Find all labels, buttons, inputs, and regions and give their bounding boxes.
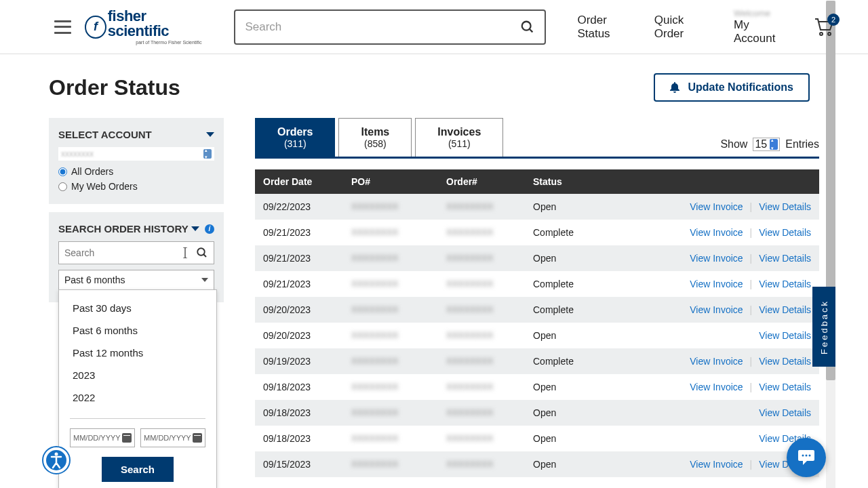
radio-my-web-orders-input[interactable] — [58, 182, 67, 191]
search-icon[interactable] — [520, 20, 535, 35]
col-order-num: Order# — [446, 176, 533, 187]
cell-actions: View Invoice|View Details — [669, 304, 811, 315]
table-row: 09/21/2023XXXXXXXXXXXXXXXXCompleteView I… — [255, 220, 819, 245]
info-icon[interactable]: i — [205, 224, 214, 234]
cell-actions: View Details — [669, 407, 811, 418]
dropdown-option[interactable]: 2022 — [59, 386, 216, 409]
cell-order: XXXXXXXX — [446, 407, 533, 418]
nav-quick-order[interactable]: Quick Order — [654, 14, 708, 41]
tab-items[interactable]: Items (858) — [338, 118, 412, 157]
search-history-panel: SEARCH ORDER HISTORY i Past 6 months Pas… — [49, 212, 224, 302]
view-invoice-link[interactable]: View Invoice — [690, 356, 743, 367]
radio-all-orders-input[interactable] — [58, 167, 67, 176]
calendar-icon[interactable] — [122, 433, 132, 443]
tab-orders[interactable]: Orders (311) — [255, 118, 335, 157]
chevron-down-icon[interactable] — [191, 226, 199, 231]
update-notifications-button[interactable]: Update Notifications — [654, 73, 810, 102]
view-invoice-link[interactable]: View Invoice — [690, 201, 743, 212]
search-button[interactable]: Search — [102, 457, 174, 482]
search-history-field[interactable] — [58, 241, 214, 264]
view-details-link[interactable]: View Details — [759, 304, 811, 315]
date-from-input[interactable]: MM/DD/YYYY — [70, 428, 135, 447]
chevron-down-icon[interactable] — [206, 132, 214, 137]
logo[interactable]: f fisher scientific part of Thermo Fishe… — [85, 9, 201, 45]
orders-table: Order Date PO# Order# Status 09/22/2023X… — [255, 169, 819, 477]
separator: | — [750, 356, 753, 367]
separator: | — [750, 304, 753, 315]
nav-order-status[interactable]: Order Status — [577, 14, 633, 41]
dropdown-divider — [70, 418, 205, 419]
search-input[interactable] — [245, 20, 520, 34]
search-history-input[interactable] — [64, 247, 196, 258]
logo-subtext: part of Thermo Fisher Scientific — [108, 40, 202, 45]
cell-status: Complete — [533, 227, 669, 238]
feedback-tab[interactable]: Feedback — [812, 287, 835, 367]
view-invoice-link[interactable]: View Invoice — [690, 253, 743, 264]
time-range-select[interactable]: Past 6 months — [58, 270, 214, 290]
view-details-link[interactable]: View Details — [759, 279, 811, 289]
table-row: 09/15/2023XXXXXXXXXXXXXXXXOpenView Invoi… — [255, 451, 819, 477]
cell-actions: View Invoice|View Details — [669, 201, 811, 212]
entries-select[interactable]: 15 — [753, 138, 780, 151]
calendar-icon[interactable] — [193, 433, 202, 443]
tab-invoices[interactable]: Invoices (511) — [415, 118, 503, 157]
cell-date: 09/21/2023 — [263, 253, 351, 264]
accessibility-button[interactable] — [42, 446, 71, 474]
cell-order: XXXXXXXX — [446, 201, 533, 211]
svg-line-1 — [530, 28, 533, 32]
view-invoice-link[interactable]: View Invoice — [690, 227, 743, 238]
cell-order: XXXXXXXX — [446, 279, 533, 289]
tab-orders-count: (311) — [277, 138, 313, 150]
view-details-link[interactable]: View Details — [759, 201, 811, 212]
date-to-input[interactable]: MM/DD/YYYY — [140, 428, 205, 447]
view-invoice-link[interactable]: View Invoice — [690, 459, 743, 470]
cell-date: 09/20/2023 — [263, 330, 351, 341]
entries-label: Entries — [785, 138, 819, 150]
svg-line-5 — [203, 254, 206, 257]
cart-button[interactable]: 2 — [814, 18, 834, 37]
account-select[interactable]: xxxxxxxx — [58, 147, 214, 161]
cell-date: 09/20/2023 — [263, 304, 351, 315]
page-title: Order Status — [49, 75, 180, 100]
tab-invoices-label: Invoices — [437, 125, 481, 138]
cell-order: XXXXXXXX — [446, 382, 533, 392]
view-details-link[interactable]: View Details — [759, 227, 811, 238]
table-row: 09/20/2023XXXXXXXXXXXXXXXXCompleteView I… — [255, 297, 819, 323]
cell-date: 09/21/2023 — [263, 279, 351, 289]
chat-button[interactable] — [787, 438, 826, 477]
account-menu[interactable]: Welcome My Account — [734, 8, 785, 45]
menu-icon[interactable] — [54, 20, 71, 34]
view-details-link[interactable]: View Details — [759, 330, 811, 341]
table-row: 09/18/2023XXXXXXXXXXXXXXXXOpenView Detai… — [255, 400, 819, 426]
accessibility-icon — [42, 446, 71, 474]
view-details-link[interactable]: View Details — [759, 253, 811, 264]
update-notifications-label: Update Notifications — [688, 81, 793, 94]
entries-value: 15 — [755, 138, 767, 150]
cell-status: Open — [533, 433, 669, 444]
bell-icon — [670, 82, 679, 93]
dropdown-option[interactable]: Past 6 months — [59, 319, 216, 342]
dropdown-option[interactable]: 2023 — [59, 364, 216, 386]
view-invoice-link[interactable]: View Invoice — [690, 382, 743, 392]
radio-all-orders[interactable]: All Orders — [58, 166, 214, 177]
separator: | — [750, 382, 753, 392]
table-row: 09/19/2023XXXXXXXXXXXXXXXXCompleteView I… — [255, 348, 819, 374]
dropdown-option[interactable]: Past 12 months — [59, 342, 216, 364]
tab-items-label: Items — [361, 125, 389, 138]
cell-status: Open — [533, 407, 669, 418]
view-details-link[interactable]: View Details — [759, 407, 811, 418]
search-icon[interactable] — [196, 247, 208, 259]
spinner-icon — [770, 139, 778, 150]
cell-actions: View Invoice|View Details — [669, 279, 811, 289]
view-invoice-link[interactable]: View Invoice — [690, 279, 743, 289]
cell-actions: View Details — [669, 433, 811, 444]
dropdown-option[interactable]: Past 30 days — [59, 297, 216, 319]
view-details-link[interactable]: View Details — [759, 356, 811, 367]
view-invoice-link[interactable]: View Invoice — [690, 304, 743, 315]
global-search[interactable] — [234, 9, 546, 45]
select-account-title: SELECT ACCOUNT — [58, 129, 152, 140]
view-details-link[interactable]: View Details — [759, 382, 811, 392]
radio-my-web-orders[interactable]: My Web Orders — [58, 181, 214, 192]
tab-orders-label: Orders — [277, 125, 313, 138]
separator: | — [750, 201, 753, 212]
